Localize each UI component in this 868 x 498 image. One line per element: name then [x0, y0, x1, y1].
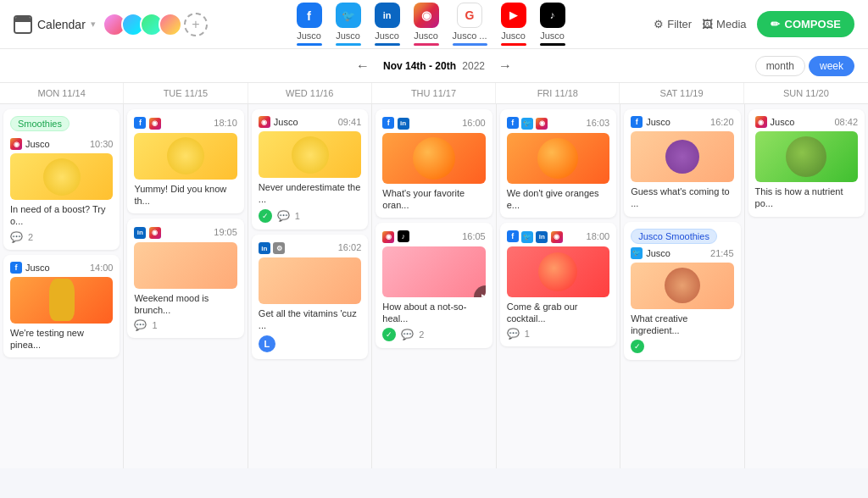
social-icons-list: f Jusco 🐦 Jusco in Jusco ◉ Jusco G: [297, 3, 565, 46]
lemon-image: [43, 158, 81, 196]
day-header-wed: WED 11/16: [248, 83, 372, 103]
orange-image: [413, 137, 455, 180]
card-mon1[interactable]: Smoothies ◉ Jusco 10:30 In need of a boo…: [3, 109, 120, 250]
add-user-button[interactable]: +: [184, 13, 208, 36]
fb-mini: f: [507, 117, 519, 129]
card-fri1-time: 16:03: [587, 118, 610, 128]
day-wednesday: ◉ Jusco 09:41 Never underestimate the ..…: [248, 104, 371, 468]
social-facebook[interactable]: f Jusco: [297, 3, 322, 46]
card-wed1-image: [259, 131, 361, 178]
day-header-sat: SAT 11/19: [620, 83, 743, 103]
card-fri1-header: f 🐦 ◉ 16:03: [507, 116, 609, 130]
ig-mini: ◉: [536, 118, 548, 130]
card-tue2-text: Weekend mood is brunch...: [134, 292, 236, 317]
calendar-logo[interactable]: Calendar ▾: [14, 15, 96, 34]
avatar-4[interactable]: [159, 13, 182, 36]
card-tue1-icons: f ◉: [134, 116, 160, 130]
card-mon2[interactable]: f Jusco 14:00 We're testing new pinea...: [3, 255, 120, 358]
month-view-button[interactable]: month: [755, 56, 805, 76]
next-week-button[interactable]: →: [498, 58, 512, 74]
card-sun1-account: ◉ Jusco 08:42: [755, 116, 858, 128]
comment-count: 1: [295, 211, 300, 221]
week-view-button[interactable]: week: [809, 56, 854, 76]
green-fruit-image: [786, 136, 826, 177]
card-sun1-image: [755, 131, 858, 182]
calendar-icon: [14, 15, 32, 34]
card-tue1[interactable]: f ◉ 18:10 Yummy! Did you know th...: [127, 109, 243, 213]
card-thu1-time: 16:00: [462, 118, 486, 128]
card-mon2-account: f Jusco 14:00: [10, 262, 113, 274]
social-google[interactable]: G Jusco ...: [453, 3, 487, 46]
card-fri1-image: [507, 133, 609, 184]
card-fri2[interactable]: f 🐦 in ◉ 18:00 Come & grab our cocktail.…: [500, 223, 616, 346]
date-range-text: Nov 14th - 20th: [383, 60, 456, 72]
card-wed2-time: 16:02: [338, 242, 362, 252]
peach-image: [665, 268, 700, 303]
card-sat1[interactable]: f Jusco 16:20 Guess what's coming to ...: [624, 109, 740, 217]
card-fri2-time: 18:00: [587, 231, 610, 241]
play-button[interactable]: ▶: [474, 285, 486, 297]
card-fri1-text: We don't give oranges e...: [507, 187, 609, 212]
media-button[interactable]: 🖼 Media: [702, 18, 746, 30]
filter-button[interactable]: ⚙ Filter: [654, 18, 692, 30]
smoothies-tag: Smoothies: [10, 116, 70, 131]
check-icon: ✓: [382, 328, 396, 341]
day-header-mon: MON 11/14: [0, 83, 124, 103]
fb-mini: f: [631, 116, 643, 128]
calendar-label: Calendar: [37, 18, 86, 31]
card-tue2[interactable]: in ◉ 19:05 Weekend mood is brunch... 💬 1: [127, 219, 243, 338]
twitter-label: Jusco: [336, 30, 360, 41]
prev-week-button[interactable]: ←: [356, 58, 370, 74]
card-thu2[interactable]: ◉ ♪ 16:05 ▶ How about a not-so-heal... ✓…: [376, 223, 492, 348]
card-mon1-account: ◉ Jusco 10:30: [10, 138, 113, 150]
card-sun1-text: This is how a nutrient po...: [755, 185, 858, 210]
card-thu1-text: What's your favorite oran...: [382, 187, 485, 212]
card-wed2[interactable]: in ⚙ 16:02 Get all the vitamins 'cuz ...…: [252, 235, 368, 359]
card-mon2-image: [10, 277, 113, 324]
ig-mini: ◉: [382, 231, 394, 243]
compose-label: COMPOSE: [785, 18, 841, 30]
social-accounts-bar: f Jusco 🐦 Jusco in Jusco ◉ Jusco G: [297, 3, 565, 46]
card-wed2-icons: in ⚙: [259, 241, 285, 255]
tiktok-label: Jusco: [540, 30, 565, 41]
ig-mini: ◉: [149, 118, 161, 130]
card-tue1-time: 18:10: [214, 118, 237, 128]
card-wed1[interactable]: ◉ Jusco 09:41 Never underestimate the ..…: [252, 109, 368, 230]
card-thu1-icons: f in: [382, 116, 409, 130]
card-thu1-header: f in 16:00: [382, 116, 485, 130]
linkedin-icon: in: [375, 3, 400, 28]
card-tue1-header: f ◉ 18:10: [134, 116, 236, 130]
fig-image: [665, 140, 699, 174]
card-thu1[interactable]: f in 16:00 What's your favorite oran...: [376, 109, 492, 218]
fb-mini: f: [507, 230, 519, 242]
li-mini: in: [398, 118, 409, 130]
tk-mini: ♪: [398, 230, 409, 242]
brand-badge: Jusco Smoothies: [631, 229, 717, 244]
card-thu2-time: 16:05: [462, 231, 486, 241]
compose-button[interactable]: ✏ COMPOSE: [757, 11, 854, 37]
grapefruit-image: [538, 252, 577, 291]
card-sat2-text: What creative ingredient...: [631, 313, 733, 337]
card-tue2-icons: in ◉: [134, 225, 160, 239]
comment-icon: 💬: [134, 319, 147, 331]
card-fri1[interactable]: f 🐦 ◉ 16:03 We don't give oranges e...: [500, 109, 616, 218]
social-linkedin[interactable]: in Jusco: [375, 3, 400, 46]
social-instagram[interactable]: ◉ Jusco: [414, 3, 439, 46]
social-twitter[interactable]: 🐦 Jusco: [336, 3, 361, 46]
card-sat2[interactable]: Jusco Smoothies 🐦 Jusco 21:45 What creat…: [624, 222, 740, 361]
facebook-icon: f: [297, 3, 322, 28]
check-icon: ✓: [631, 340, 644, 353]
header-right: ⚙ Filter 🖼 Media ✏ COMPOSE: [654, 11, 854, 37]
comment-icon: 💬: [277, 210, 290, 222]
card-sat1-text: Guess what's coming to ...: [631, 185, 733, 210]
social-youtube[interactable]: ▶ Jusco: [501, 3, 526, 46]
tiktok-icon: ♪: [540, 3, 565, 28]
card-mon1-text: In need of a boost? Try o...: [10, 203, 113, 228]
card-thu2-icons: ◉ ♪: [382, 230, 409, 243]
card-mon1-image: [10, 153, 113, 200]
comment-count: 1: [525, 329, 530, 339]
day-header-tue: TUE 11/15: [124, 83, 248, 103]
card-wed2-image: [259, 257, 361, 304]
card-sun1[interactable]: ◉ Jusco 08:42 This is how a nutrient po.…: [748, 109, 865, 217]
social-tiktok[interactable]: ♪ Jusco: [540, 3, 565, 46]
